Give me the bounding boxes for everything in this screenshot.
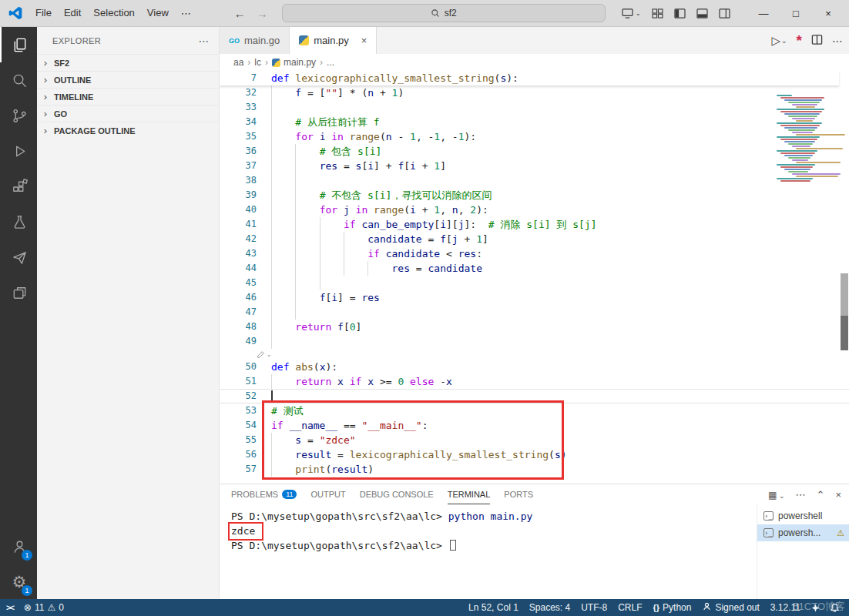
sticky-scroll-line[interactable]: 7 def lexicographically_smallest_string(…	[220, 71, 839, 85]
code-runner-icon[interactable]: *	[797, 37, 802, 45]
customize-layout-icon[interactable]	[652, 8, 663, 18]
code-line-51[interactable]: 51 return x if x >= 0 else -x	[220, 374, 849, 389]
line-number[interactable]: 34	[220, 115, 257, 129]
remote-indicator[interactable]: ><	[6, 603, 16, 612]
status-python-version[interactable]: 3.12.11	[765, 599, 806, 616]
breadcrumb-item-aa[interactable]: aa	[233, 57, 243, 68]
code-line-50[interactable]: 50def abs(x):	[220, 360, 849, 374]
tab-close-icon[interactable]: ×	[361, 35, 367, 46]
code-line-52[interactable]: 52	[220, 389, 849, 403]
status-accounts[interactable]: Signed out	[696, 599, 764, 616]
menu-edit[interactable]: Edit	[58, 7, 87, 18]
tab-main.go[interactable]: GOmain.go	[220, 27, 290, 54]
sidebar-section-outline[interactable]: ›OUTLINE	[37, 71, 219, 88]
line-number[interactable]: 46	[220, 290, 257, 305]
code-line-34[interactable]: 34 # 从后往前计算 f	[220, 115, 849, 129]
line-number[interactable]: 36	[220, 144, 257, 159]
command-center-search[interactable]: sf2	[282, 4, 606, 22]
line-number[interactable]: 38	[220, 173, 257, 188]
panel-more-actions-button[interactable]: ⋯	[796, 489, 806, 500]
account-button[interactable]: 1	[0, 528, 37, 564]
line-number[interactable]: 32	[220, 85, 257, 100]
line-number[interactable]: 57	[220, 462, 257, 477]
editor-scrollbar[interactable]	[839, 85, 849, 484]
panel-tab-terminal[interactable]: TERMINAL	[448, 484, 491, 504]
code-line-44[interactable]: 44 res = candidate	[220, 261, 849, 276]
status-eol[interactable]: CRLF	[612, 599, 647, 616]
activity-run-debug-button[interactable]	[0, 133, 37, 169]
status-indentation[interactable]: Spaces: 4	[524, 599, 576, 616]
terminal-instance-powershell[interactable]: ›_powershell	[757, 507, 849, 524]
menu-more-button[interactable]: ⋯	[175, 8, 197, 19]
panel-tab-output[interactable]: OUTPUT	[310, 484, 345, 504]
problems-summary[interactable]: ⊗11 ⚠0	[24, 602, 64, 613]
line-number[interactable]: 39	[220, 188, 257, 203]
activity-testing-button[interactable]	[0, 204, 37, 239]
split-editor-button[interactable]	[811, 34, 823, 48]
code-line-53[interactable]: 53# 测试	[220, 403, 849, 418]
terminal-instance-powersh[interactable]: ›_powersh...⚠	[757, 524, 849, 541]
line-number[interactable]: 40	[220, 203, 257, 217]
code-line-43[interactable]: 43 if candidate < res:	[220, 246, 849, 261]
code-line-46[interactable]: 46 f[i] = res	[220, 290, 849, 305]
code-line-32[interactable]: 32 f = [""] * (n + 1)	[220, 85, 849, 100]
line-number[interactable]: 33	[220, 100, 257, 115]
code-line-33[interactable]: 33	[220, 100, 849, 115]
sidebar-section-sf2[interactable]: ›SF2	[37, 54, 219, 71]
settings-button[interactable]: ⚙ 1	[0, 564, 37, 599]
code-line-35[interactable]: 35 for i in range(n - 1, -1, -1):	[220, 129, 849, 144]
code-line-38[interactable]: 38	[220, 173, 849, 188]
code-line-55[interactable]: 55 s = "zdce"	[220, 433, 849, 447]
panel-tab-ports[interactable]: PORTS	[504, 484, 533, 504]
sidebar-section-timeline[interactable]: ›TIMELINE	[37, 88, 219, 105]
line-number[interactable]: 56	[220, 447, 257, 462]
status-encoding[interactable]: UTF-8	[576, 599, 612, 616]
run-python-file-button[interactable]: ▷⌄	[772, 34, 787, 48]
scrollbar-thumb[interactable]	[841, 273, 848, 350]
code-line-37[interactable]: 37 res = s[i] + f[i + 1]	[220, 159, 849, 173]
menu-file[interactable]: File	[29, 7, 58, 18]
line-number[interactable]: 52	[220, 389, 257, 403]
code-line-39[interactable]: 39 # 不包含 s[i]，寻找可以消除的区间	[220, 188, 849, 203]
code-line-45[interactable]: 45	[220, 276, 849, 290]
close-panel-button[interactable]: ×	[835, 489, 841, 500]
line-number[interactable]: 41	[220, 217, 257, 232]
minimap[interactable]	[777, 95, 838, 182]
code-line-56[interactable]: 56 result = lexicographically_smallest_s…	[220, 447, 849, 462]
line-number[interactable]: 49	[220, 334, 257, 349]
line-number[interactable]: 53	[220, 403, 257, 418]
activity-explorer-button[interactable]	[0, 27, 37, 62]
status-cursor-position[interactable]: Ln 52, Col 1	[463, 599, 524, 616]
code-line-36[interactable]: 36 # 包含 s[i]	[220, 144, 849, 159]
line-number[interactable]: 44	[220, 261, 257, 276]
code-line-40[interactable]: 40 for j in range(i + 1, n, 2):	[220, 203, 849, 217]
code-line-42[interactable]: 42 candidate = f[j + 1]	[220, 232, 849, 246]
code-line-48[interactable]: 48 return f[0]	[220, 320, 849, 334]
tab-main.py[interactable]: main.py×	[290, 27, 377, 54]
line-number[interactable]: 48	[220, 320, 257, 334]
minimize-button[interactable]: —	[747, 0, 780, 26]
open-remote-window-button[interactable]: ⌄	[622, 8, 641, 18]
terminal-views-icon[interactable]: ▦ ⌄	[768, 489, 784, 500]
inline-edit-icon[interactable]: ⌄	[257, 350, 272, 359]
maximize-button[interactable]: □	[780, 0, 812, 26]
maximize-panel-button[interactable]: ⌃	[817, 489, 825, 500]
sidebar-more-button[interactable]: ⋯	[199, 35, 210, 47]
code-line-54[interactable]: 54if __name__ == "__main__":	[220, 418, 849, 433]
forward-button[interactable]: →	[257, 7, 268, 20]
toggle-panel-icon[interactable]	[696, 8, 708, 18]
activity-go-extension-button[interactable]	[0, 239, 37, 275]
sidebar-section-go[interactable]: ›GO	[37, 105, 219, 122]
panel-tab-debug-console[interactable]: DEBUG CONSOLE	[360, 484, 434, 504]
close-button[interactable]: ×	[812, 0, 844, 26]
code-line-41[interactable]: 41 if can_be_empty[i][j]: # 消除 s[i] 到 s[…	[220, 217, 849, 232]
menu-view[interactable]: View	[141, 7, 175, 18]
toggle-primary-sidebar-icon[interactable]	[674, 8, 686, 18]
code-line-57[interactable]: 57 print(result)	[220, 462, 849, 477]
sidebar-section-package-outline[interactable]: ›PACKAGE OUTLINE	[37, 122, 219, 139]
activity-remote-explorer-button[interactable]	[0, 275, 37, 310]
line-number[interactable]: 37	[220, 159, 257, 173]
toggle-secondary-sidebar-icon[interactable]	[719, 8, 730, 18]
panel-tab-problems[interactable]: PROBLEMS11	[231, 484, 297, 504]
line-number[interactable]: 35	[220, 129, 257, 144]
